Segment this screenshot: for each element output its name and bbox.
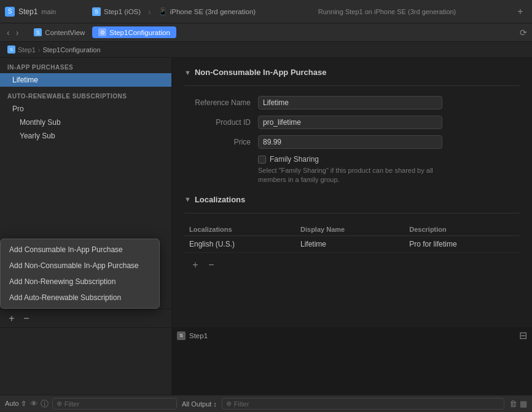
- section-divider: [184, 85, 520, 86]
- section-title: Non-Consumable In-App Purchase: [195, 68, 327, 77]
- status-left-icons: 👁 ⓘ: [30, 398, 49, 410]
- bottom-left-panel: [0, 328, 172, 395]
- product-id-label: Product ID: [184, 118, 258, 127]
- reference-name-label: Reference Name: [184, 98, 258, 107]
- left-filter-text: Filter: [65, 400, 79, 408]
- localizations-chevron-icon: ▼: [184, 196, 191, 203]
- menu-item-add-non-renewing[interactable]: Add Non-Renewing Subscription: [1, 274, 159, 290]
- col-display-name: Display Name: [295, 223, 404, 236]
- section-header: ▼ Non-Consumable In-App Purchase: [184, 68, 520, 77]
- status-right-icons: 🗑 ▦: [509, 399, 527, 408]
- right-filter-input[interactable]: ⊕ Filter: [222, 398, 504, 410]
- family-sharing-checkbox-row: Family Sharing: [258, 155, 442, 164]
- console-collapse-button[interactable]: ⊟: [519, 330, 527, 341]
- section-header-auto-renewable: AUTO-RENEWABLE SUBSCRIPTIONS: [0, 87, 171, 102]
- section-chevron-icon: ▼: [184, 69, 191, 76]
- app-title-section: S Step1 main: [5, 7, 79, 17]
- sidebar-item-yearly-sub[interactable]: Yearly Sub: [0, 129, 171, 143]
- add-localization-button[interactable]: +: [189, 259, 201, 271]
- output-select[interactable]: All Output ↕: [182, 400, 217, 408]
- family-sharing-content: Family Sharing Select "Family Sharing" i…: [258, 155, 442, 185]
- localizations-header: ▼ Localizations: [184, 195, 520, 204]
- step1-config-icon: ⚙: [98, 28, 106, 36]
- remove-localization-button[interactable]: −: [205, 259, 217, 271]
- hierarchy-icon: S: [7, 46, 15, 53]
- right-filter-text: Filter: [234, 400, 249, 408]
- status-right: All Output ↕ ⊕ Filter 🗑 ▦: [182, 398, 527, 410]
- hierarchy-bar: S Step1 › Step1Configuration: [0, 42, 532, 58]
- menu-item-add-consumable[interactable]: Add Consumable In-App Purchase: [1, 242, 159, 258]
- section-header-in-app-purchases: IN-APP PURCHASES: [0, 58, 171, 73]
- nav-buttons: ‹ ›: [5, 28, 20, 38]
- reference-name-row: Reference Name: [184, 96, 520, 109]
- auto-select[interactable]: Auto ⇧: [5, 400, 26, 408]
- tab-separator: ›: [148, 7, 151, 17]
- add-item-button[interactable]: +: [5, 312, 18, 325]
- console-panel: S Step1 ⊟: [172, 328, 532, 395]
- breadcrumb-bar: ‹ › S ContentView ⚙ Step1Configuration ⟳: [0, 23, 532, 42]
- row-description: Pro for lifetime: [404, 236, 520, 252]
- toggle-view-button[interactable]: ▦: [520, 399, 527, 408]
- price-row: Price: [184, 135, 520, 149]
- col-description: Description: [404, 223, 520, 236]
- sidebar-item-pro[interactable]: Pro: [0, 102, 171, 116]
- console-header: S Step1 ⊟: [172, 328, 532, 344]
- nav-forward-button[interactable]: ›: [14, 28, 21, 38]
- row-localization: English (U.S.): [184, 236, 295, 252]
- console-body: [172, 344, 532, 395]
- sidebar: IN-APP PURCHASES Lifetime AUTO-RENEWABLE…: [0, 58, 172, 327]
- family-sharing-row: Family Sharing Select "Family Sharing" i…: [184, 155, 520, 185]
- product-id-row: Product ID: [184, 116, 520, 129]
- breadcrumb-right-actions: ⟳: [520, 28, 527, 38]
- console-icon: S: [177, 331, 186, 340]
- status-bar: Auto ⇧ 👁 ⓘ ⊕ Filter All Output ↕ ⊕ Filte…: [0, 395, 532, 412]
- add-tab-button[interactable]: +: [514, 5, 527, 18]
- app-icon: S: [5, 7, 15, 17]
- product-id-input[interactable]: [258, 116, 442, 129]
- bottom-section: S Step1 ⊟: [0, 327, 532, 395]
- run-status-text: Running Step1 on iPhone SE (3rd generati…: [263, 8, 511, 15]
- reference-name-input[interactable]: [258, 96, 442, 109]
- main-content: IN-APP PURCHASES Lifetime AUTO-RENEWABLE…: [0, 58, 532, 327]
- family-sharing-description: Select "Family Sharing" if this product …: [258, 166, 442, 185]
- tab-bar: S Step1 (iOS) › 📱 iPhone SE (3rd generat…: [81, 5, 511, 18]
- localizations-section: ▼ Localizations Localizations Display Na…: [184, 195, 520, 271]
- tab-step1-configuration[interactable]: ⚙ Step1Configuration: [92, 26, 176, 38]
- nav-back-button[interactable]: ‹: [5, 28, 12, 38]
- refresh-button[interactable]: ⟳: [520, 28, 527, 38]
- localizations-title: Localizations: [195, 195, 245, 204]
- status-left: Auto ⇧ 👁 ⓘ ⊕ Filter: [5, 398, 177, 410]
- delete-console-button[interactable]: 🗑: [509, 399, 517, 408]
- content-view-icon: S: [34, 28, 42, 36]
- tab-step1-ios[interactable]: S Step1 (iOS): [86, 5, 147, 18]
- localizations-table: Localizations Display Name Description E…: [184, 223, 520, 253]
- sidebar-item-monthly-sub[interactable]: Monthly Sub: [0, 116, 171, 129]
- tab-content-view[interactable]: S ContentView: [28, 26, 91, 38]
- console-title: Step1: [189, 332, 208, 339]
- remove-item-button[interactable]: −: [20, 312, 33, 325]
- localizations-divider: [184, 213, 520, 213]
- family-sharing-checkbox[interactable]: [258, 156, 266, 164]
- add-item-dropdown: Add Consumable In-App Purchase Add Non-C…: [0, 239, 160, 309]
- title-bar: S Step1 main S Step1 (iOS) › 📱 iPhone SE…: [0, 0, 532, 23]
- price-input[interactable]: [258, 135, 442, 149]
- sidebar-bottom-bar: + −: [0, 309, 171, 327]
- table-row[interactable]: English (U.S.) Lifetime Pro for lifetime: [184, 236, 520, 252]
- hierarchy-separator: ›: [38, 46, 41, 53]
- editor-tabs: S ContentView ⚙ Step1Configuration: [28, 26, 517, 38]
- hierarchy-step1[interactable]: Step1: [18, 46, 36, 53]
- hierarchy-step1-config[interactable]: Step1Configuration: [42, 46, 100, 53]
- app-name: Step1: [18, 7, 37, 16]
- step1-config-label: Step1Configuration: [109, 29, 170, 36]
- menu-item-add-non-consumable[interactable]: Add Non-Consumable In-App Purchase: [1, 258, 159, 274]
- app-sub: main: [41, 8, 56, 15]
- tab-device[interactable]: 📱 iPhone SE (3rd generation): [152, 5, 262, 18]
- eye-icon[interactable]: 👁: [30, 399, 38, 408]
- menu-item-add-auto-renewable[interactable]: Add Auto-Renewable Subscription: [1, 290, 159, 306]
- left-filter-input[interactable]: ⊕ Filter: [52, 398, 177, 410]
- tab-device-icon: 📱: [158, 7, 167, 16]
- info-icon[interactable]: ⓘ: [41, 398, 49, 410]
- sidebar-item-lifetime[interactable]: Lifetime: [0, 73, 171, 87]
- price-label: Price: [184, 138, 258, 146]
- tab-step1-ios-icon: S: [92, 7, 101, 16]
